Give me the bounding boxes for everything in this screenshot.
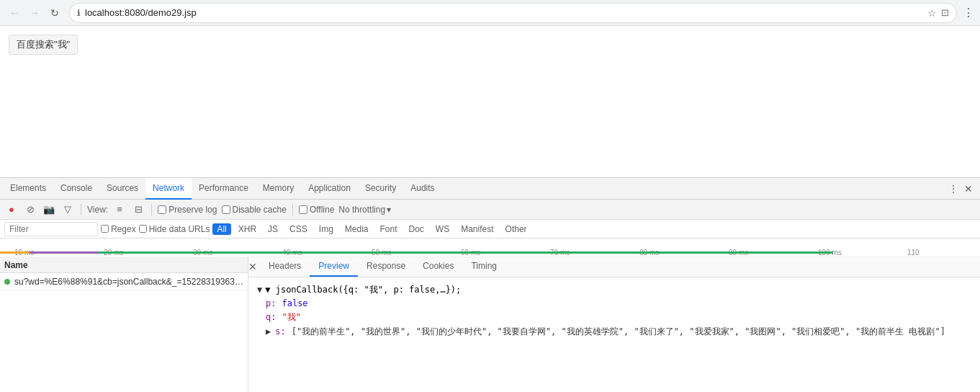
detail-tab-response[interactable]: Response (358, 257, 414, 277)
devtools-tab-bar: Elements Console Sources Network Perform… (0, 178, 980, 200)
filter-input[interactable] (4, 222, 98, 236)
separator3 (292, 204, 293, 215)
tab-elements[interactable]: Elements (3, 178, 53, 200)
list-view-button[interactable]: ≡ (112, 202, 127, 217)
status-indicator (4, 279, 10, 285)
network-toolbar: ● ⊘ 📷 ▽ View: ≡ ⊟ Preserve log Disable c… (0, 200, 980, 220)
filter-button[interactable]: ▽ (60, 202, 75, 217)
preview-main-line: ▼ ▼ jsonCallback({q: "我", p: false,…}); (257, 283, 971, 297)
baidu-search-button[interactable]: 百度搜索"我" (9, 35, 78, 55)
detail-tab-preview[interactable]: Preview (310, 257, 358, 277)
clear-button[interactable]: ⊘ (23, 202, 37, 217)
hide-data-urls-input[interactable] (139, 225, 147, 233)
disable-cache-input[interactable] (222, 205, 230, 214)
tab-application[interactable]: Application (301, 178, 358, 200)
timeline-bar: 10 ms 20 ms 30 ms 40 ms 50 ms 60 ms 70 m… (0, 239, 980, 257)
regex-checkbox[interactable]: Regex (101, 224, 136, 234)
address-bar[interactable]: ℹ localhost:8080/demo29.jsp ☆ ⊡ (69, 3, 957, 23)
bookmark-icon[interactable]: ☆ (927, 7, 937, 19)
refresh-button[interactable]: ↻ (46, 4, 63, 22)
preview-main-text: ▼ jsonCallback({q: "我", p: false,…}); (265, 283, 461, 297)
p-key: p: (266, 297, 276, 311)
url-text: localhost:8080/demo29.jsp (85, 7, 923, 18)
filter-all-button[interactable]: All (212, 223, 230, 235)
large-view-button[interactable]: ⊟ (131, 202, 145, 217)
filter-manifest-button[interactable]: Manifest (457, 223, 498, 235)
detail-tab-cookies[interactable]: Cookies (414, 257, 462, 277)
throttle-select[interactable]: No throttling ▾ (338, 205, 391, 215)
view-label: View: (87, 205, 108, 215)
separator2 (151, 204, 152, 215)
hide-data-urls-checkbox[interactable]: Hide data URLs (139, 224, 210, 234)
s-key: s: (275, 325, 285, 339)
preserve-log-label: Preserve log (168, 205, 217, 215)
tab-audits[interactable]: Audits (403, 178, 441, 200)
hide-data-urls-label: Hide data URLs (149, 224, 210, 234)
q-key: q: (266, 311, 276, 324)
close-detail-button[interactable]: ✕ (248, 257, 257, 277)
expand-icon[interactable]: ▼ (257, 283, 262, 297)
devtools-settings-icon[interactable]: ⋮ (948, 183, 958, 195)
request-list: Name su?wd=%E6%88%91&cb=jsonCallback&_=1… (0, 257, 248, 392)
detail-tab-bar: ✕ Headers Preview Response Cookies Timin… (248, 257, 980, 277)
back-button[interactable]: ← (6, 4, 23, 22)
tab-sources[interactable]: Sources (99, 178, 145, 200)
nav-buttons: ← → ↻ (6, 4, 63, 22)
preview-content: ▼ ▼ jsonCallback({q: "我", p: false,…}); … (248, 277, 980, 392)
preserve-log-checkbox[interactable]: Preserve log (158, 205, 217, 215)
request-item[interactable]: su?wd=%E6%88%91&cb=jsonCallback&_=152283… (0, 273, 248, 290)
preview-s-line: ▶ s: ["我的前半生", "我的世界", "我们的少年时代", "我要自学网… (266, 325, 971, 339)
forward-button[interactable]: → (26, 4, 43, 22)
preview-q-line: q: "我" (266, 311, 971, 324)
tab-security[interactable]: Security (358, 178, 403, 200)
regex-label: Regex (111, 224, 136, 234)
menu-icon[interactable]: ⋮ (963, 6, 974, 19)
devtools-icons: ⋮ ✕ (948, 183, 977, 195)
throttle-label: No throttling (338, 205, 385, 215)
filter-bar: Regex Hide data URLs All XHR JS CSS Img … (0, 220, 980, 239)
offline-checkbox[interactable]: Offline (299, 205, 334, 215)
name-column-header: Name (4, 260, 28, 270)
throttle-dropdown-icon: ▾ (387, 205, 391, 215)
s-expand-icon[interactable]: ▶ (266, 325, 271, 339)
tab-network[interactable]: Network (145, 178, 192, 200)
page-content: 百度搜索"我" (0, 26, 980, 177)
security-icon: ℹ (77, 8, 81, 18)
filter-media-button[interactable]: Media (341, 223, 373, 235)
separator1 (81, 204, 81, 215)
s-value-collapsed: ["我的前半生", "我的世界", "我们的少年时代", "我要自学网", "我… (292, 325, 945, 339)
filter-other-button[interactable]: Other (501, 223, 531, 235)
tab-performance[interactable]: Performance (192, 178, 256, 200)
offline-input[interactable] (299, 205, 307, 214)
regex-input[interactable] (101, 225, 109, 233)
browser-toolbar-right: ⋮ (963, 6, 974, 19)
filter-font-button[interactable]: Font (376, 223, 402, 235)
network-main: Name su?wd=%E6%88%91&cb=jsonCallback&_=1… (0, 257, 980, 392)
tab-memory[interactable]: Memory (256, 178, 301, 200)
preserve-log-input[interactable] (158, 205, 166, 214)
filter-xhr-button[interactable]: XHR (234, 223, 261, 235)
q-value: "我" (282, 311, 300, 324)
tab-console[interactable]: Console (53, 178, 99, 200)
offline-label: Offline (310, 205, 334, 215)
browser-chrome: ← → ↻ ℹ localhost:8080/demo29.jsp ☆ ⊡ ⋮ (0, 0, 980, 26)
request-list-header: Name (0, 257, 248, 273)
request-name: su?wd=%E6%88%91&cb=jsonCallback&_=152283… (14, 277, 243, 287)
filter-doc-button[interactable]: Doc (405, 223, 428, 235)
filter-ws-button[interactable]: WS (431, 223, 454, 235)
devtools-close-icon[interactable]: ✕ (964, 183, 973, 195)
preview-p-line: p: false (266, 297, 971, 311)
filter-img-button[interactable]: Img (315, 223, 338, 235)
filter-css-button[interactable]: CSS (285, 223, 312, 235)
devtools-panel: Elements Console Sources Network Perform… (0, 177, 980, 392)
p-value: false (282, 297, 307, 311)
record-button[interactable]: ● (4, 202, 19, 217)
screenshot-button[interactable]: 📷 (42, 202, 56, 217)
detail-tab-headers[interactable]: Headers (260, 257, 310, 277)
request-detail: ✕ Headers Preview Response Cookies Timin… (248, 257, 980, 392)
timeline-colored-line (0, 251, 980, 254)
cast-icon[interactable]: ⊡ (941, 7, 949, 18)
filter-js-button[interactable]: JS (264, 223, 282, 235)
disable-cache-checkbox[interactable]: Disable cache (222, 205, 287, 215)
detail-tab-timing[interactable]: Timing (462, 257, 505, 277)
